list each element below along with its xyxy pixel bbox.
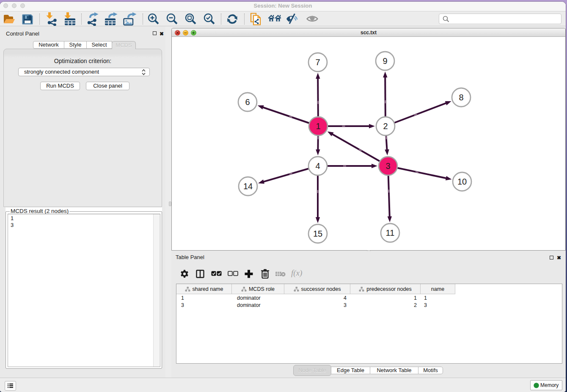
svg-text:10: 10: [457, 177, 467, 186]
svg-text:6: 6: [245, 97, 250, 107]
svg-text:8: 8: [459, 93, 463, 102]
svg-text:7: 7: [315, 58, 320, 67]
svg-text:11: 11: [386, 228, 395, 237]
svg-text:14: 14: [243, 182, 253, 191]
svg-text:2: 2: [383, 121, 388, 131]
svg-text:9: 9: [383, 56, 387, 66]
svg-text:1: 1: [316, 121, 320, 131]
svg-text:15: 15: [313, 229, 322, 238]
svg-text:3: 3: [385, 161, 390, 171]
svg-text:4: 4: [315, 161, 320, 171]
